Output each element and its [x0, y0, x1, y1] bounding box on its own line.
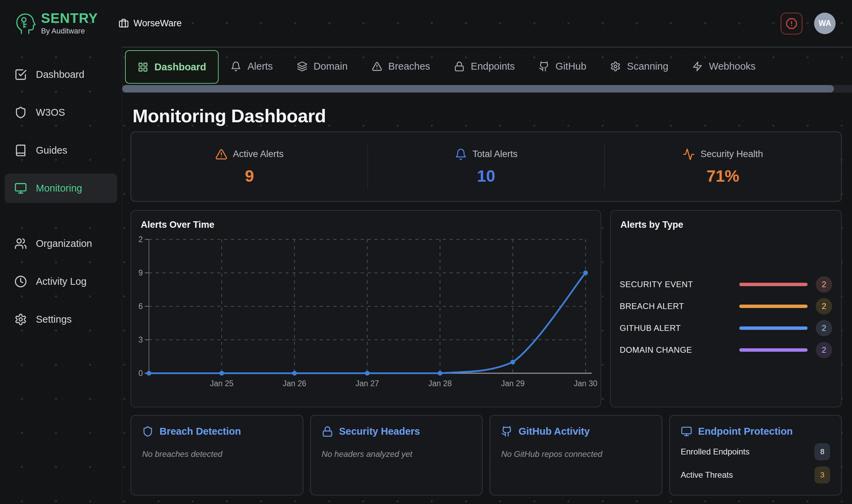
- security-headers-card: Security Headers No headers analyzed yet: [310, 415, 483, 495]
- book-icon: [14, 144, 27, 157]
- alert-type-row: SECURITY EVENT 2: [620, 274, 832, 295]
- alert-type-bar: [739, 348, 808, 352]
- stat-active-alerts: Active Alerts 9: [131, 132, 368, 201]
- workspace-name: WorseWare: [134, 18, 182, 29]
- alert-type-count-badge: 2: [816, 276, 832, 293]
- alerts-over-time-panel: 03692Jan 25Jan 26Jan 27Jan 28Jan 29Jan 3…: [130, 210, 601, 407]
- svg-text:Jan 26: Jan 26: [283, 379, 306, 388]
- stat-value: 71%: [706, 167, 739, 185]
- sidebar-item-activity-log[interactable]: Activity Log: [5, 267, 117, 296]
- tab-dashboard[interactable]: Dashboard: [125, 50, 219, 84]
- endpoint-stat-row: Enrolled Endpoints 8: [681, 443, 830, 460]
- avatar[interactable]: WA: [814, 13, 836, 34]
- bell-icon: [231, 61, 241, 72]
- sidebar-item-organization[interactable]: Organization: [5, 229, 117, 258]
- alert-type-count-badge: 2: [816, 342, 832, 358]
- card-title: Breach Detection: [160, 426, 241, 437]
- endpoint-stat-badge: 3: [814, 466, 830, 484]
- sidebar: Dashboard W3OS Guides Monitoring Organiz…: [0, 47, 122, 504]
- svg-text:Jan 29: Jan 29: [501, 379, 524, 388]
- tab-github[interactable]: GitHub: [527, 47, 598, 85]
- alert-type-row: GITHUB ALERT 2: [620, 317, 832, 339]
- alerts-over-time-chart: 03692Jan 25Jan 26Jan 27Jan 28Jan 29Jan 3…: [131, 211, 601, 407]
- stat-value: 9: [245, 167, 254, 185]
- clock-icon: [14, 275, 27, 288]
- main-area: Dashboard Alerts Domain Breaches Endpoin…: [122, 47, 852, 504]
- stat-total-alerts: Total Alerts 10: [368, 132, 604, 201]
- tab-label: Domain: [314, 61, 348, 72]
- tab-scanning[interactable]: Scanning: [598, 47, 680, 85]
- stats-summary-card: Active Alerts 9 Total Alerts 10 Security…: [130, 131, 842, 202]
- stat-label: Security Health: [700, 149, 763, 159]
- sidebar-item-label: Activity Log: [36, 276, 86, 287]
- tab-breaches[interactable]: Breaches: [360, 47, 442, 85]
- check-square-icon: [14, 68, 27, 81]
- svg-text:Jan 27: Jan 27: [355, 379, 379, 388]
- svg-text:9: 9: [138, 268, 143, 277]
- lock-icon: [454, 61, 465, 72]
- svg-text:3: 3: [138, 335, 143, 344]
- brand-logo[interactable]: SENTRY By Auditware: [0, 11, 98, 36]
- tab-domain[interactable]: Domain: [285, 47, 360, 85]
- alert-octagon-icon: [786, 18, 797, 29]
- alerts-by-type-panel: Alerts by Type SECURITY EVENT 2 BREACH A…: [610, 210, 842, 407]
- shield-icon: [14, 106, 27, 119]
- alerts-button[interactable]: [781, 13, 802, 34]
- sidebar-item-dashboard[interactable]: Dashboard: [5, 60, 117, 89]
- card-empty-text: No headers analyzed yet: [322, 449, 471, 459]
- sidebar-item-guides[interactable]: Guides: [5, 136, 117, 165]
- sidebar-item-label: Guides: [36, 145, 67, 156]
- sidebar-item-label: Organization: [36, 238, 92, 249]
- sidebar-item-w3os[interactable]: W3OS: [5, 98, 117, 127]
- tab-webhooks[interactable]: Webhooks: [680, 47, 768, 85]
- monitor-icon: [14, 182, 27, 195]
- svg-text:2: 2: [138, 235, 143, 244]
- tab-alerts[interactable]: Alerts: [219, 47, 285, 85]
- tab-label: Scanning: [627, 61, 668, 72]
- grid-icon: [138, 62, 148, 72]
- sidebar-item-label: W3OS: [36, 107, 65, 118]
- sidebar-item-settings[interactable]: Settings: [5, 305, 117, 334]
- page-title: Monitoring Dashboard: [133, 105, 842, 127]
- endpoint-stat-row: Active Threats 3: [681, 466, 830, 484]
- brand-name: SENTRY: [41, 11, 98, 25]
- card-title: GitHub Activity: [519, 426, 590, 437]
- top-header: SENTRY By Auditware WorseWare WA: [0, 0, 852, 47]
- layers-icon: [297, 61, 307, 72]
- bell-icon: [455, 148, 467, 160]
- breach-detection-card: Breach Detection No breaches detected: [130, 415, 303, 495]
- alert-type-count-badge: 2: [816, 298, 832, 314]
- alert-type-bar: [739, 305, 808, 308]
- endpoint-stat-label: Enrolled Endpoints: [681, 447, 750, 457]
- github-icon: [501, 426, 512, 437]
- endpoint-stat-badge: 8: [814, 443, 830, 460]
- sidebar-item-monitoring[interactable]: Monitoring: [5, 173, 117, 203]
- tab-label: Alerts: [247, 61, 273, 72]
- alert-type-label: GITHUB ALERT: [620, 323, 739, 333]
- svg-text:Jan 28: Jan 28: [428, 379, 452, 388]
- alert-type-bar: [739, 283, 808, 286]
- alert-type-label: DOMAIN CHANGE: [620, 345, 739, 355]
- svg-text:Jan 30: Jan 30: [574, 379, 597, 388]
- alert-type-row: DOMAIN CHANGE 2: [620, 339, 832, 361]
- brand-tagline: By Auditware: [41, 27, 98, 36]
- head-key-icon: [14, 12, 36, 35]
- activity-icon: [683, 148, 695, 160]
- tabs-scrollbar-thumb[interactable]: [122, 85, 834, 93]
- alert-triangle-icon: [372, 61, 382, 72]
- card-title: Endpoint Protection: [698, 426, 793, 437]
- tab-label: Webhooks: [709, 61, 756, 72]
- stat-security-health: Security Health 71%: [605, 132, 841, 201]
- card-title: Security Headers: [339, 426, 420, 437]
- tab-endpoints[interactable]: Endpoints: [442, 47, 527, 85]
- alert-type-row: BREACH ALERT 2: [620, 295, 832, 317]
- sidebar-item-label: Dashboard: [36, 69, 84, 80]
- workspace-selector[interactable]: WorseWare: [119, 18, 182, 29]
- stat-label: Active Alerts: [233, 149, 284, 159]
- sidebar-item-label: Monitoring: [36, 183, 82, 194]
- gear-icon: [610, 61, 621, 72]
- alert-type-bar: [739, 326, 808, 330]
- tab-label: GitHub: [555, 61, 586, 72]
- users-icon: [14, 237, 27, 250]
- endpoint-stat-label: Active Threats: [681, 470, 733, 480]
